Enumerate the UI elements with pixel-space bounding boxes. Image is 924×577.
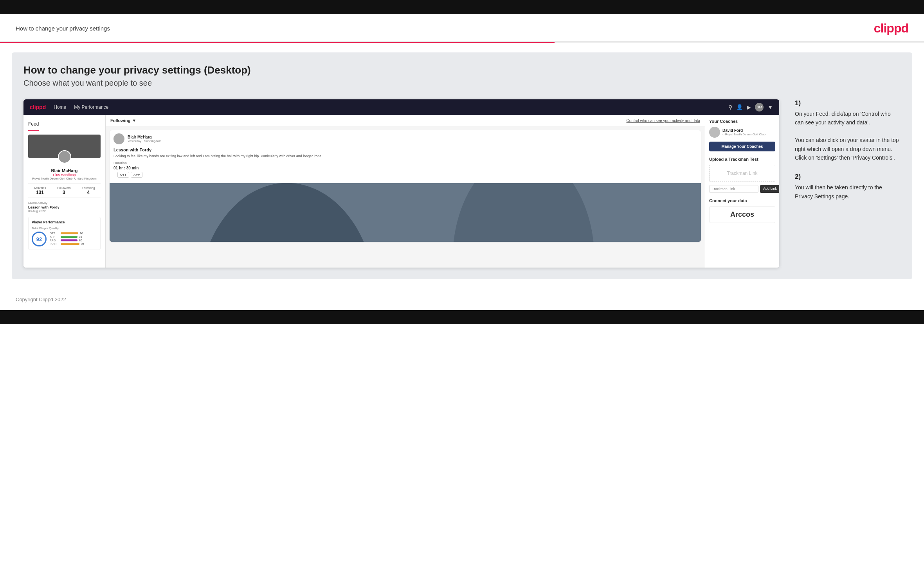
stat-activities: Activities 131 bbox=[34, 186, 46, 195]
nav-home[interactable]: Home bbox=[54, 104, 66, 110]
upload-trackman-section: Upload a Trackman Test Trackman Link Add… bbox=[709, 157, 775, 193]
post-user-info: Blair McHarg Yesterday · Sunningdale bbox=[128, 135, 161, 143]
stat-followers-value: 3 bbox=[57, 190, 70, 195]
site-footer: Copyright Clippd 2022 bbox=[0, 289, 924, 310]
latest-activity-date: 03 Aug 2022 bbox=[28, 209, 101, 213]
profile-hero bbox=[28, 135, 101, 158]
stats-row: Activities 131 Followers 3 Following 4 bbox=[28, 183, 101, 198]
tag-app: APP bbox=[131, 172, 142, 178]
app-logo-icon: clippd bbox=[30, 104, 46, 110]
instruction-step2: 2) You will then be taken directly to th… bbox=[795, 173, 901, 201]
post-date-location: Yesterday · Sunningdale bbox=[128, 139, 161, 143]
stat-activities-value: 131 bbox=[34, 190, 46, 195]
following-bar: Following ▼ Control who can see your act… bbox=[106, 115, 705, 126]
main-content: How to change your privacy settings (Des… bbox=[12, 52, 912, 279]
pp-title: Player Performance bbox=[32, 220, 97, 224]
upload-trackman-title: Upload a Trackman Test bbox=[709, 157, 775, 162]
header-accent bbox=[0, 42, 924, 43]
copyright-text: Copyright Clippd 2022 bbox=[16, 297, 66, 302]
coach-info: David Ford ○ Royal North Devon Golf Club bbox=[722, 128, 765, 136]
arccos-label: Arccos bbox=[709, 206, 775, 223]
following-label: Following bbox=[110, 118, 130, 123]
post-image-overlay bbox=[110, 183, 701, 242]
location-icon[interactable]: ▶ bbox=[747, 104, 751, 110]
following-button[interactable]: Following ▼ bbox=[110, 118, 136, 123]
avatar[interactable]: BM bbox=[755, 103, 764, 111]
trackman-input[interactable] bbox=[709, 185, 758, 193]
step2-number: 2) bbox=[795, 173, 901, 181]
post-image bbox=[110, 183, 701, 242]
step1-text: On your Feed, click/tap on 'Control who … bbox=[795, 110, 901, 162]
profile-info: Blair McHarg Plus Handicap Royal North D… bbox=[28, 161, 101, 180]
stat-followers: Followers 3 bbox=[57, 186, 70, 195]
pp-bar-row: OTT 90 bbox=[50, 232, 97, 235]
breadcrumb: How to change your privacy settings bbox=[16, 25, 110, 32]
app-navbar: clippd Home My Performance ⚲ 👤 ▶ BM ▼ bbox=[23, 99, 779, 115]
stat-followers-label: Followers bbox=[57, 186, 70, 190]
stat-following-value: 4 bbox=[82, 190, 95, 195]
stat-activities-label: Activities bbox=[34, 186, 46, 190]
coach-item: David Ford ○ Royal North Devon Golf Club bbox=[709, 127, 775, 138]
app-nav-icons: ⚲ 👤 ▶ BM ▼ bbox=[728, 103, 773, 111]
post-user-name: Blair McHarg bbox=[128, 135, 161, 139]
nav-my-performance[interactable]: My Performance bbox=[74, 104, 108, 110]
search-icon[interactable]: ⚲ bbox=[728, 104, 732, 110]
pp-score-circle: 92 bbox=[32, 232, 47, 246]
step1-number: 1) bbox=[795, 99, 901, 107]
post-user-avatar bbox=[113, 133, 124, 144]
post-tags: OTT APP bbox=[113, 170, 697, 181]
coach-avatar bbox=[709, 127, 720, 138]
chevron-down-icon[interactable]: ▼ bbox=[767, 104, 773, 110]
middle-panel: Following ▼ Control who can see your act… bbox=[106, 115, 705, 268]
left-panel: Feed Blair McHarg Plus Handicap Royal No… bbox=[23, 115, 106, 268]
feed-post: Blair McHarg Yesterday · Sunningdale Les… bbox=[110, 130, 701, 242]
latest-activity-label: Latest Activity bbox=[28, 201, 101, 205]
step2-text: You will then be taken directly to the P… bbox=[795, 183, 901, 201]
feed-tab[interactable]: Feed bbox=[28, 120, 39, 131]
profile-name: Blair McHarg bbox=[28, 168, 101, 173]
person-icon[interactable]: 👤 bbox=[736, 104, 743, 110]
pp-bar-value: 90 bbox=[80, 232, 83, 235]
top-bar bbox=[0, 0, 924, 14]
profile-avatar bbox=[58, 150, 71, 164]
pp-bar bbox=[61, 243, 79, 245]
pp-bar-row: ARG 86 bbox=[50, 239, 97, 242]
trackman-input-row: Add Link bbox=[709, 185, 775, 193]
chevron-icon: ▼ bbox=[132, 118, 136, 123]
site-header: How to change your privacy settings clip… bbox=[0, 14, 924, 42]
tag-ott: OTT bbox=[117, 172, 129, 178]
coaches-title: Your Coaches bbox=[709, 119, 775, 124]
profile-tag: Plus Handicap bbox=[28, 173, 101, 177]
control-privacy-link[interactable]: Control who can see your activity and da… bbox=[627, 119, 700, 123]
bottom-bar bbox=[0, 310, 924, 324]
instructions-panel: 1) On your Feed, click/tap on 'Control w… bbox=[791, 99, 901, 212]
right-panel: Your Coaches David Ford ○ Royal North De… bbox=[705, 115, 779, 268]
coach-name: David Ford bbox=[722, 128, 765, 133]
pp-bar bbox=[61, 236, 77, 238]
pp-bar-value: 86 bbox=[79, 239, 82, 242]
pp-bar-row: APP 85 bbox=[50, 235, 97, 238]
pp-row: 92 OTT 90 APP 85 ARG 86 PUTT 96 bbox=[32, 232, 97, 246]
pp-bar-label: ARG bbox=[50, 239, 59, 242]
app-body: Feed Blair McHarg Plus Handicap Royal No… bbox=[23, 115, 779, 268]
post-duration-value: 01 hr : 30 min OTT APP bbox=[110, 165, 701, 183]
coach-club: ○ Royal North Devon Golf Club bbox=[722, 133, 765, 136]
pp-bar-label: PUTT bbox=[50, 243, 59, 245]
connect-data-title: Connect your data bbox=[709, 198, 775, 203]
pp-bar bbox=[61, 239, 77, 241]
manage-coaches-button[interactable]: Manage Your Coaches bbox=[709, 142, 775, 151]
post-header: Blair McHarg Yesterday · Sunningdale bbox=[110, 130, 701, 147]
instruction-step1: 1) On your Feed, click/tap on 'Control w… bbox=[795, 99, 901, 162]
pp-bar bbox=[61, 232, 78, 234]
content-columns: clippd Home My Performance ⚲ 👤 ▶ BM ▼ Fe… bbox=[23, 99, 901, 268]
location-pin-icon: ○ bbox=[722, 133, 724, 136]
connect-data-section: Connect your data Arccos bbox=[709, 198, 775, 223]
screenshot-wrapper: clippd Home My Performance ⚲ 👤 ▶ BM ▼ Fe… bbox=[23, 99, 779, 268]
article-subtitle: Choose what you want people to see bbox=[23, 79, 901, 88]
pp-bar-label: OTT bbox=[50, 232, 59, 235]
pp-bar-row: PUTT 96 bbox=[50, 243, 97, 245]
player-performance-box: Player Performance Total Player Quality … bbox=[28, 217, 101, 250]
add-link-button[interactable]: Add Link bbox=[760, 185, 779, 193]
pp-bar-label: APP bbox=[50, 235, 59, 238]
profile-club: Royal North Devon Golf Club, United King… bbox=[28, 177, 101, 180]
